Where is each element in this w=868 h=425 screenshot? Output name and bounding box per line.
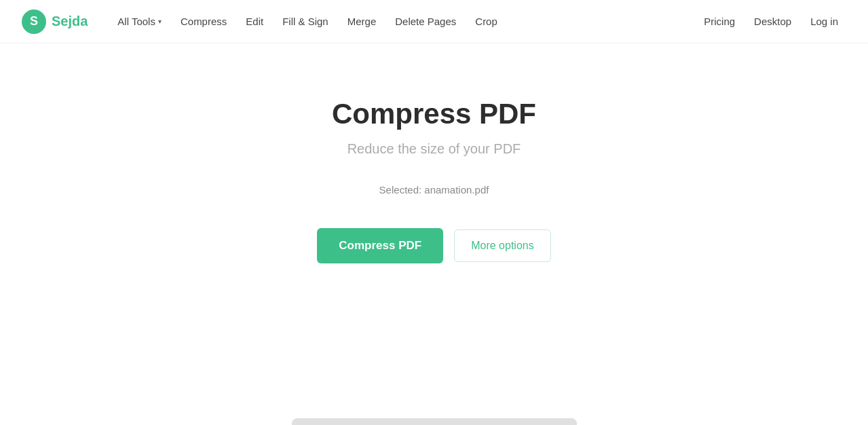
selected-file-label: Selected: anamation.pdf [379, 184, 489, 196]
page-subtitle: Reduce the size of your PDF [347, 141, 521, 157]
nav-links-left: All Tools ▾ Compress Edit Fill & Sign Me… [109, 10, 696, 33]
nav-merge[interactable]: Merge [339, 10, 385, 33]
more-options-button[interactable]: More options [454, 229, 551, 262]
chevron-down-icon: ▾ [158, 18, 162, 25]
navbar: S Sejda All Tools ▾ Compress Edit Fill &… [0, 0, 868, 43]
nav-links-right: Pricing Desktop Log in [696, 10, 846, 33]
nav-desktop[interactable]: Desktop [746, 10, 799, 33]
logo-text: Sejda [52, 14, 88, 29]
nav-delete-pages[interactable]: Delete Pages [387, 10, 464, 33]
page-title: Compress PDF [332, 98, 536, 130]
main-content: Compress PDF Reduce the size of your PDF… [0, 43, 868, 263]
logo-link[interactable]: S Sejda [22, 10, 88, 34]
nav-edit[interactable]: Edit [238, 10, 271, 33]
nav-all-tools[interactable]: All Tools ▾ [109, 10, 170, 33]
logo-icon: S [22, 10, 46, 34]
nav-login[interactable]: Log in [802, 10, 846, 33]
nav-crop[interactable]: Crop [467, 10, 506, 33]
compress-pdf-button[interactable]: Compress PDF [317, 228, 443, 263]
bottom-bar-decoration [292, 418, 577, 425]
nav-fill-sign[interactable]: Fill & Sign [274, 10, 337, 33]
nav-pricing[interactable]: Pricing [696, 10, 743, 33]
nav-compress[interactable]: Compress [172, 10, 235, 33]
actions-row: Compress PDF More options [317, 228, 550, 263]
